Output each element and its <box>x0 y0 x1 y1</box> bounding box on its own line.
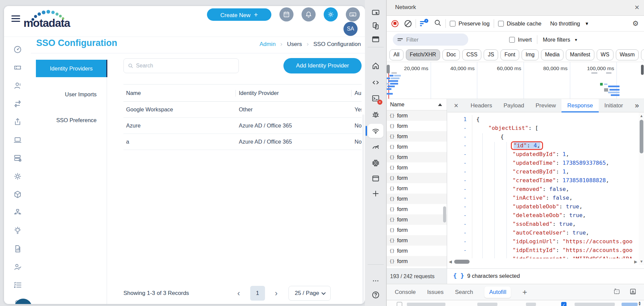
column-header-1[interactable]: Name <box>123 90 239 96</box>
strip-tool-window[interactable] <box>368 32 383 46</box>
invert-checkbox[interactable] <box>509 37 515 43</box>
strip-tool-performance[interactable] <box>368 140 383 154</box>
drawer-tab-search[interactable]: Search <box>455 289 473 296</box>
filter-chip-font[interactable]: Font <box>500 49 519 60</box>
fold-marker[interactable]: - <box>447 228 472 237</box>
fold-marker[interactable]: - <box>447 150 472 159</box>
filter-chip-fetch-xhr[interactable]: Fetch/XHR <box>406 49 440 60</box>
sidebar-item-dashboard[interactable] <box>13 45 22 54</box>
overview-drag-handle-right[interactable] <box>641 65 644 75</box>
fold-marker[interactable]: - <box>447 255 472 258</box>
sidebar-item-gear[interactable] <box>13 172 22 181</box>
link-placeholder[interactable] <box>622 303 638 306</box>
filter-chip-other[interactable]: Other <box>641 49 644 60</box>
sidebar-item-user[interactable] <box>13 81 22 90</box>
request-row[interactable]: {}form <box>387 194 447 204</box>
strip-tool-code[interactable] <box>368 75 383 90</box>
column-header-2[interactable]: Identity Provider <box>239 90 355 96</box>
request-row[interactable]: {}form <box>387 235 447 246</box>
overview-drag-handle-left[interactable] <box>387 65 390 73</box>
more-filters-button[interactable]: More filters <box>543 37 570 43</box>
fold-marker[interactable]: - <box>447 176 472 185</box>
strip-tool-plus[interactable] <box>368 187 383 201</box>
clear-network-log-button[interactable] <box>405 20 412 27</box>
drawer-resize-handle[interactable]: ▲▼ <box>638 301 641 306</box>
format-braces-icon[interactable]: { } <box>453 272 464 279</box>
filter-chip-ws[interactable]: WS <box>597 49 613 60</box>
request-row[interactable]: {}form <box>387 173 447 183</box>
request-row[interactable]: {}form <box>387 162 447 173</box>
filter-chip-wasm[interactable]: Wasm <box>616 49 639 60</box>
line-number[interactable]: 1 <box>447 115 472 124</box>
sidebar-item-server[interactable] <box>13 154 22 163</box>
request-row[interactable]: {}form <box>387 183 447 194</box>
autofill-checkbox[interactable] <box>397 302 402 306</box>
add-drawer-tab-button[interactable]: + <box>522 288 527 297</box>
strip-tool-home[interactable] <box>368 59 383 73</box>
drawer-tab-autofill[interactable]: Autofill <box>484 287 511 298</box>
fold-marker[interactable]: - <box>447 237 472 246</box>
request-row[interactable]: {}form <box>387 110 447 121</box>
h-scrollbar-thumb[interactable] <box>454 260 470 264</box>
filter-chip-media[interactable]: Media <box>541 49 564 60</box>
add-identity-provider-button[interactable]: Add Identity Provider <box>283 58 362 73</box>
detail-tab-preview[interactable]: Preview <box>530 99 561 112</box>
filter-chip-all[interactable]: All <box>389 49 404 60</box>
fold-marker[interactable]: - <box>447 133 472 141</box>
preserve-log-checkbox[interactable] <box>450 21 455 27</box>
request-row[interactable]: {}form <box>387 131 447 142</box>
calendar-button[interactable] <box>279 7 293 21</box>
nav-tab-identity-providers[interactable]: Identity Providers <box>36 60 107 77</box>
user-avatar[interactable]: SA <box>343 22 358 36</box>
request-row[interactable]: {}form <box>387 152 447 162</box>
table-row[interactable]: aAzure AD / Office 365No <box>123 134 362 150</box>
response-vertical-scrollbar[interactable]: ▲ ▼ <box>639 112 644 265</box>
network-conditions-button[interactable] <box>613 288 621 297</box>
close-detail-button[interactable]: × <box>447 101 465 110</box>
v-scrollbar-thumb[interactable] <box>640 120 643 153</box>
autofill-checkbox-checked[interactable]: ✓ <box>561 302 567 306</box>
fold-marker[interactable]: - <box>447 220 472 228</box>
request-row[interactable]: {}form <box>387 142 447 152</box>
strip-tool-device[interactable] <box>368 19 383 33</box>
more-filters-caret-icon[interactable]: ▾ <box>575 37 577 42</box>
scroll-down-icon[interactable]: ▼ <box>640 259 643 263</box>
sidebar-item-sitemap[interactable] <box>13 208 22 217</box>
scroll-right-icon[interactable]: ▶ <box>634 259 637 264</box>
breadcrumb-item-users[interactable]: Users <box>287 41 302 48</box>
request-row[interactable]: {}form <box>387 121 447 131</box>
filter-chip-js[interactable]: JS <box>484 49 498 60</box>
strip-tool-bug[interactable] <box>368 107 383 121</box>
fold-marker[interactable]: - <box>447 159 472 167</box>
response-horizontal-scrollbar[interactable]: ◀ ▶ <box>447 258 639 265</box>
column-header-3[interactable]: Au <box>355 90 362 96</box>
create-new-button[interactable]: Create New+ <box>207 8 271 21</box>
devtools-close-button[interactable]: × <box>635 3 639 12</box>
detail-tab-initiator[interactable]: Initiator <box>599 99 629 112</box>
network-search-button[interactable] <box>434 19 441 28</box>
fold-marker[interactable]: - <box>447 124 472 133</box>
tab-overflow-icon[interactable]: » <box>635 101 639 110</box>
throttling-caret-icon[interactable]: ▼ <box>585 21 589 26</box>
sidebar-item-package[interactable] <box>13 190 22 199</box>
request-row[interactable]: {}form <box>387 246 447 256</box>
fold-marker[interactable]: - <box>447 167 472 176</box>
network-settings-gear-icon[interactable]: ⚙ <box>632 19 639 28</box>
search-input[interactable] <box>136 63 234 69</box>
filter-toggle-button[interactable]: × <box>420 20 427 27</box>
detail-tab-response[interactable]: Response <box>561 99 599 112</box>
throttling-select[interactable]: No throttling <box>550 20 580 27</box>
fold-marker[interactable]: - <box>447 194 472 202</box>
sidebar-item-sync[interactable] <box>13 99 22 108</box>
menu-toggle-button[interactable] <box>11 15 20 22</box>
sidebar-item-idea[interactable] <box>13 226 22 235</box>
strip-tool-console[interactable]: × <box>368 91 383 105</box>
strip-tool-panel[interactable] <box>368 171 383 186</box>
request-row[interactable]: {}form <box>387 225 447 235</box>
filter-chip-css[interactable]: CSS <box>462 49 481 60</box>
disable-cache-checkbox[interactable] <box>498 21 504 27</box>
fold-marker[interactable]: - <box>447 141 472 150</box>
prev-page-button[interactable]: ‹ <box>237 289 240 297</box>
drawer-tab-issues[interactable]: Issues <box>427 289 443 296</box>
notifications-button[interactable] <box>302 7 316 21</box>
